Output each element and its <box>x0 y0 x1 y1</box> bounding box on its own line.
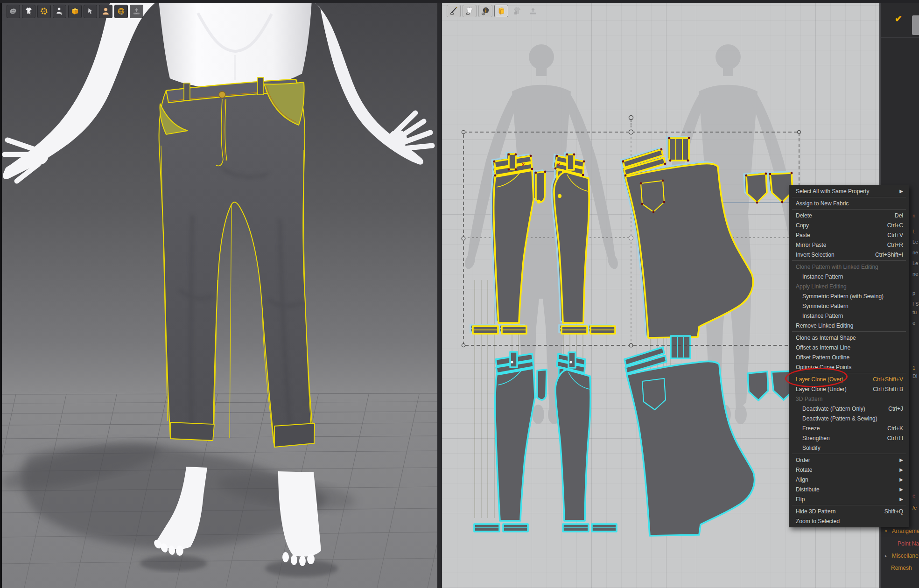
menu-item-delete[interactable]: DeleteDel <box>789 210 909 220</box>
clipped-label-fragment: Le <box>912 239 918 245</box>
show-garment-icon[interactable] <box>463 5 477 17</box>
menu-item-label: Copy <box>796 222 809 229</box>
toolbar-2d <box>447 5 540 17</box>
menu-item-apply-linked-editing: Apply Linked Editing <box>789 281 909 291</box>
menu-item-zoom-to-selected[interactable]: Zoom to Selected <box>789 516 909 526</box>
jeans-3d[interactable] <box>159 77 315 447</box>
menu-item-solidify[interactable]: Solidify <box>789 443 909 453</box>
mesh-points-icon[interactable] <box>37 5 51 18</box>
avatar-display-icon[interactable] <box>99 5 112 18</box>
menu-item-shortcut: Ctrl+Shift+V <box>873 376 903 383</box>
menu-item-label: Delete <box>796 212 812 219</box>
menu-item-label: Instance Pattern <box>802 273 843 280</box>
menu-item-strengthen[interactable]: StrengthenCtrl+H <box>789 433 909 443</box>
clipped-label-fragment: I S <box>912 301 919 307</box>
menu-item-label: Paste <box>796 232 810 238</box>
sidebar-item-arrangeme[interactable]: Arrangeme <box>892 528 919 534</box>
menu-item-shortcut: Ctrl+R <box>887 242 903 248</box>
menu-item-symmetric-pattern-with-sewing-[interactable]: Symmetric Pattern (with Sewing) <box>789 291 909 301</box>
clipped-label-fragment: Di <box>912 373 917 379</box>
menu-item-offset-as-internal-line[interactable]: Offset as Internal Line <box>789 343 909 352</box>
menu-item-label: Assign to New Fabric <box>796 200 849 207</box>
sidebar-item-point-nam[interactable]: Point Nam <box>898 540 919 547</box>
menu-item-label: Instance Pattern <box>802 313 843 319</box>
clipped-label-fragment: ne <box>912 271 918 277</box>
select-garment-icon[interactable] <box>22 5 35 18</box>
submenu-arrow-icon: ▶ <box>899 497 903 502</box>
menu-item-mirror-paste[interactable]: Mirror PasteCtrl+R <box>789 240 909 250</box>
menu-item-clone-as-internal-shape[interactable]: Clone as Internal Shape <box>789 333 909 343</box>
pattern-3d-icon[interactable] <box>68 5 82 18</box>
fabric-drape-icon[interactable] <box>7 5 20 18</box>
menu-item-label: Deactivate (Pattern Only) <box>802 406 865 412</box>
arrangement-disabled-icon[interactable] <box>526 5 540 17</box>
menu-item-shortcut: Shift+Q <box>884 508 903 515</box>
menu-item-freeze[interactable]: FreezeCtrl+K <box>789 423 909 433</box>
belt-loop <box>258 77 264 95</box>
move-gizmo-center[interactable] <box>629 236 633 240</box>
menu-item-3d-pattern: 3D Pattern <box>789 394 909 404</box>
arrangement-points-icon[interactable] <box>130 5 143 18</box>
submenu-arrow-icon: ▶ <box>899 189 903 194</box>
clone-button-dot <box>511 361 513 363</box>
menu-item-symmetric-pattern[interactable]: Symmetric Pattern <box>789 301 909 311</box>
select-avatar-icon[interactable] <box>53 5 66 18</box>
menu-item-deactivate-pattern-only-[interactable]: Deactivate (Pattern Only)Ctrl+J <box>789 404 909 413</box>
viewport-divider[interactable] <box>437 0 442 588</box>
menu-item-align[interactable]: Align▶ <box>789 475 909 484</box>
menu-item-remove-linked-editing[interactable]: Remove Linked Editing <box>789 321 909 330</box>
globe-wireframe-icon[interactable] <box>114 5 128 18</box>
sidebar-item-remesh[interactable]: Remesh <box>891 565 912 571</box>
locked-garment-icon[interactable] <box>510 5 524 17</box>
window-top-edge <box>0 0 919 3</box>
submenu-arrow-icon: ▶ <box>899 457 903 462</box>
menu-separator <box>792 331 906 332</box>
menu-item-label: Align <box>796 476 808 483</box>
context-menu: Select All with Same Property▶Assign to … <box>789 185 909 527</box>
jeans-body <box>159 79 314 447</box>
pin-icon[interactable] <box>84 5 97 18</box>
menu-item-label: Clone Pattern with Linked Editing <box>796 264 878 270</box>
clipped-label-fragment: n <box>912 213 915 218</box>
show-sewing-icon[interactable] <box>447 5 461 17</box>
chevron-right-icon[interactable]: ▸ <box>885 553 887 558</box>
rotate-handle[interactable] <box>629 116 633 120</box>
menu-item-deactivate-pattern-sewing-[interactable]: Deactivate (Pattern & Sewing) <box>789 413 909 423</box>
show-pattern-icon[interactable] <box>494 5 508 17</box>
menu-separator <box>792 454 906 454</box>
menu-item-invert-selection[interactable]: Invert SelectionCtrl+Shift+I <box>789 250 909 259</box>
menu-item-rotate[interactable]: Rotate▶ <box>789 465 909 475</box>
menu-item-assign-to-new-fabric[interactable]: Assign to New Fabric <box>789 198 909 208</box>
menu-item-hide-3d-pattern[interactable]: Hide 3D PatternShift+Q <box>789 506 909 516</box>
menu-item-shortcut: Ctrl+K <box>887 425 903 432</box>
menu-item-order[interactable]: Order▶ <box>789 455 909 465</box>
menu-item-instance-pattern[interactable]: Instance Pattern <box>789 311 909 321</box>
show-annotation-icon[interactable] <box>478 5 492 17</box>
submenu-arrow-icon: ▶ <box>899 477 903 482</box>
menu-item-copy[interactable]: CopyCtrl+C <box>789 220 909 230</box>
clipped-label-fragment: p <box>912 290 915 296</box>
clipped-label-fragment: e <box>912 493 915 498</box>
clipped-label-fragment: Le <box>912 260 918 266</box>
viewport-3d[interactable] <box>0 0 437 588</box>
menu-item-select-all-with-same-property[interactable]: Select All with Same Property▶ <box>789 186 909 196</box>
menu-separator <box>792 197 906 197</box>
svg-text:x: x <box>557 161 561 167</box>
menu-item-label: Hide 3D Pattern <box>796 508 835 515</box>
menu-item-label: Offset as Internal Line <box>796 344 850 351</box>
menu-item-flip[interactable]: Flip▶ <box>789 494 909 504</box>
menu-item-instance-pattern[interactable]: Instance Pattern <box>789 272 909 281</box>
sidebar-item-miscellane[interactable]: Miscellane <box>892 553 919 559</box>
menu-item-paste[interactable]: PasteCtrl+V <box>789 230 909 240</box>
menu-item-shortcut: Ctrl+C <box>887 222 903 229</box>
menu-item-label: Solidify <box>802 445 821 451</box>
menu-item-offset-pattern-outline[interactable]: Offset Pattern Outline <box>789 352 909 362</box>
menu-item-clone-pattern-with-linked-editing: Clone Pattern with Linked Editing <box>789 262 909 272</box>
clipped-label-fragment: ne <box>912 250 918 255</box>
jeans-button <box>219 91 225 98</box>
menu-separator <box>792 209 906 210</box>
clo3d-application-window: { "colors": { "selection_yellow": "#ffe6… <box>0 0 919 588</box>
chevron-down-icon[interactable]: ▾ <box>885 529 887 533</box>
menu-item-shortcut: Ctrl+H <box>887 435 903 441</box>
menu-item-distribute[interactable]: Distribute▶ <box>789 484 909 494</box>
